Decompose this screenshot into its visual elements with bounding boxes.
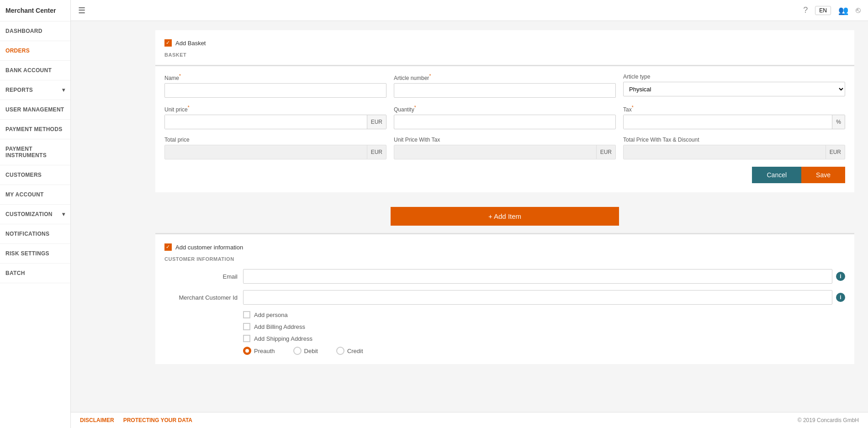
email-info-icon[interactable]: i — [836, 272, 845, 281]
unit-price-with-tax-input — [394, 145, 596, 159]
total-price-with-tax-group: Total Price With Tax & Discount EUR — [623, 137, 845, 159]
sidebar-item-reports[interactable]: REPORTS ▾ — [0, 80, 70, 100]
name-input[interactable] — [164, 83, 386, 98]
payment-type-row: Preauth Debit Credit — [243, 347, 845, 355]
topbar-left: ☰ — [78, 5, 85, 16]
sidebar-item-risk-settings[interactable]: RISK SETTINGS — [0, 244, 70, 264]
disclaimer-link[interactable]: DISCLAIMER — [80, 417, 114, 423]
merchant-customer-id-row: Merchant Customer Id i — [164, 290, 845, 305]
add-basket-row: Add Basket — [164, 39, 845, 47]
add-persona-row: Add persona — [243, 311, 845, 318]
users-icon[interactable]: 👥 — [838, 5, 848, 16]
basket-form-row2: Unit price* EUR Quantity* Tax* — [164, 105, 845, 129]
unit-price-with-tax-label: Unit Price With Tax — [394, 137, 616, 143]
merchant-customer-id-input[interactable] — [243, 290, 832, 305]
total-price-label: Total price — [164, 137, 386, 143]
add-billing-checkbox[interactable] — [243, 323, 250, 330]
unit-price-group: Unit price* EUR — [164, 105, 386, 129]
language-button[interactable]: EN — [815, 6, 831, 15]
sidebar-item-bank-account[interactable]: BANK ACCOUNT — [0, 61, 70, 80]
sidebar-nav: DASHBOARD ORDERS BANK ACCOUNT REPORTS ▾ … — [0, 21, 70, 428]
sidebar-item-my-account[interactable]: MY ACCOUNT — [0, 185, 70, 205]
add-billing-label: Add Billing Address — [254, 323, 305, 330]
total-price-currency: EUR — [367, 145, 386, 159]
sidebar-item-payment-instruments[interactable]: PAYMENT INSTRUMENTS — [0, 139, 70, 165]
sidebar-item-batch[interactable]: BATCH — [0, 264, 70, 283]
name-group: Name* — [164, 74, 386, 98]
add-item-button[interactable]: + Add Item — [391, 207, 619, 226]
article-type-group: Article type Physical Digital Service — [623, 74, 845, 98]
credit-radio[interactable] — [336, 347, 344, 355]
article-number-input[interactable] — [394, 83, 616, 98]
tax-input[interactable] — [624, 115, 832, 129]
credit-label: Credit — [347, 348, 363, 354]
article-type-select[interactable]: Physical Digital Service — [623, 82, 845, 96]
merchant-customer-id-input-wrap: i — [243, 290, 845, 305]
add-basket-label: Add Basket — [175, 40, 206, 47]
name-label: Name* — [164, 74, 386, 81]
topbar-right: ? EN 👥 ⎋ — [803, 5, 861, 16]
add-basket-checkbox[interactable] — [164, 39, 172, 47]
total-price-group: Total price EUR — [164, 137, 386, 159]
sidebar: Merchant Center DASHBOARD ORDERS BANK AC… — [0, 0, 71, 428]
sidebar-item-notifications[interactable]: NOTIFICATIONS — [0, 224, 70, 244]
email-label: Email — [164, 273, 238, 280]
sidebar-item-dashboard[interactable]: DASHBOARD — [0, 21, 70, 41]
cancel-button[interactable]: Cancel — [752, 167, 801, 183]
email-row: Email i — [164, 269, 845, 284]
email-input-wrap: i — [243, 269, 845, 284]
basket-buttons-row: Cancel Save — [164, 167, 845, 183]
footer-links: DISCLAIMER PROTECTING YOUR DATA — [80, 417, 192, 423]
article-number-label: Article number* — [394, 74, 616, 81]
unit-price-input[interactable] — [165, 115, 367, 129]
hamburger-icon[interactable]: ☰ — [78, 5, 85, 16]
total-price-with-tax-label: Total Price With Tax & Discount — [623, 137, 845, 143]
add-customer-info-checkbox[interactable] — [164, 243, 172, 251]
sidebar-item-customers[interactable]: CUSTOMERS — [0, 165, 70, 185]
add-item-section: + Add Item — [155, 200, 854, 233]
credit-option: Credit — [336, 347, 363, 355]
topbar: ☰ ? EN 👥 ⎋ — [71, 0, 868, 21]
email-input[interactable] — [243, 269, 832, 284]
customer-info-section-label: CUSTOMER INFORMATION — [164, 256, 845, 262]
total-price-with-tax-currency: EUR — [826, 145, 845, 159]
sidebar-item-payment-methods[interactable]: PAYMENT METHODS — [0, 120, 70, 139]
merchant-customer-id-info-icon[interactable]: i — [836, 293, 845, 302]
sidebar-item-orders[interactable]: ORDERS — [0, 41, 70, 61]
debit-radio[interactable] — [293, 347, 302, 355]
help-icon[interactable]: ? — [803, 5, 808, 15]
preauth-option: Preauth — [243, 347, 275, 355]
unit-price-with-tax-currency: EUR — [596, 145, 615, 159]
basket-form-row1: Name* Article number* Article type Physi… — [164, 74, 845, 98]
unit-price-with-tax-group: Unit Price With Tax EUR — [394, 137, 616, 159]
sidebar-item-user-management[interactable]: USER MANAGEMENT — [0, 100, 70, 120]
add-customer-info-label: Add customer information — [175, 244, 243, 251]
add-shipping-checkbox[interactable] — [243, 335, 250, 342]
tax-suffix: % — [832, 115, 845, 129]
tax-group: Tax* % — [623, 105, 845, 129]
add-persona-checkbox[interactable] — [243, 311, 250, 318]
article-type-label: Article type — [623, 74, 845, 80]
sidebar-item-customization[interactable]: CUSTOMIZATION ▾ — [0, 205, 70, 224]
unit-price-with-tax-input-wrap: EUR — [394, 145, 616, 159]
logout-icon[interactable]: ⎋ — [856, 5, 861, 15]
save-button[interactable]: Save — [801, 167, 845, 183]
add-customer-info-row: Add customer information — [164, 243, 845, 251]
debit-option: Debit — [293, 347, 318, 355]
unit-price-input-wrap: EUR — [164, 115, 386, 129]
app-logo: Merchant Center — [0, 0, 70, 21]
sidebar-item-customization-label: CUSTOMIZATION — [5, 211, 53, 217]
footer-copyright: © 2019 Concardis GmbH — [798, 417, 859, 423]
total-price-with-tax-input-wrap: EUR — [623, 145, 845, 159]
preauth-radio[interactable] — [243, 347, 251, 355]
customer-information-section: Add customer information CUSTOMER INFORM… — [155, 234, 854, 364]
total-price-with-tax-input — [624, 145, 826, 159]
add-shipping-row: Add Shipping Address — [243, 335, 845, 342]
preauth-label: Preauth — [254, 348, 275, 354]
quantity-input[interactable] — [394, 115, 616, 129]
quantity-group: Quantity* — [394, 105, 616, 129]
merchant-customer-id-label: Merchant Customer Id — [164, 294, 238, 301]
protecting-data-link[interactable]: PROTECTING YOUR DATA — [123, 417, 192, 423]
basket-section: Add Basket BASKET Name* Article number* … — [155, 30, 854, 192]
basket-section-label: BASKET — [164, 52, 845, 58]
